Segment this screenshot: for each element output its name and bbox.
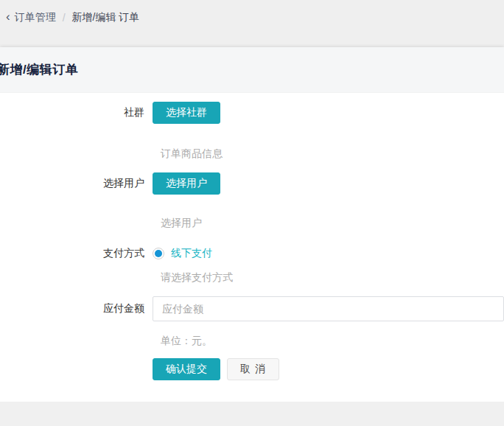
community-hint: 订单商品信息 [161, 146, 504, 161]
back-icon[interactable]: ‹ [6, 12, 10, 22]
offline-payment-radio-label[interactable]: 线下支付 [171, 247, 212, 260]
radio-selected-dot [155, 250, 162, 257]
form-row-amount: 应付金额 [0, 296, 504, 321]
page-footer-background [0, 402, 504, 426]
radio-button-icon[interactable] [153, 248, 164, 259]
amount-label: 应付金额 [0, 302, 153, 315]
user-hint: 选择用户 [161, 215, 504, 230]
select-community-button[interactable]: 选择社群 [153, 102, 220, 124]
community-label: 社群 [0, 106, 153, 119]
submit-button[interactable]: 确认提交 [153, 358, 220, 380]
form-row-payment: 支付方式 线下支付 [0, 246, 504, 261]
breadcrumb-item-current: 新增/编辑 订单 [72, 11, 140, 24]
payment-label: 支付方式 [0, 247, 153, 260]
payment-hint: 请选择支付方式 [161, 270, 504, 284]
breadcrumb-separator: / [60, 12, 68, 24]
user-label: 选择用户 [0, 177, 153, 190]
order-form-card: 新增/编辑订单 社群 选择社群 订单商品信息 选择用户 选择用户 选择用户 支付… [0, 47, 504, 402]
card-header: 新增/编辑订单 [0, 47, 504, 93]
breadcrumb-item-order-management[interactable]: 订单管理 [15, 11, 56, 24]
amount-input[interactable] [153, 296, 504, 321]
page-title: 新增/编辑订单 [0, 61, 78, 78]
order-edit-page: ‹ 订单管理 / 新增/编辑 订单 新增/编辑订单 社群 选择社群 订单商品信息… [0, 0, 504, 426]
order-form: 社群 选择社群 订单商品信息 选择用户 选择用户 选择用户 支付方式 线下支付 [0, 93, 504, 402]
cancel-button[interactable]: 取 消 [227, 358, 279, 380]
form-row-community: 社群 选择社群 [0, 102, 504, 124]
offline-payment-radio[interactable]: 线下支付 [153, 247, 212, 260]
breadcrumb-bar: ‹ 订单管理 / 新增/编辑 订单 [0, 0, 504, 47]
form-row-user: 选择用户 选择用户 [0, 172, 504, 195]
amount-hint: 单位：元。 [161, 333, 504, 348]
breadcrumb: ‹ 订单管理 / 新增/编辑 订单 [6, 11, 498, 24]
form-actions: 确认提交 取 消 [0, 358, 504, 380]
select-user-button[interactable]: 选择用户 [153, 172, 220, 195]
